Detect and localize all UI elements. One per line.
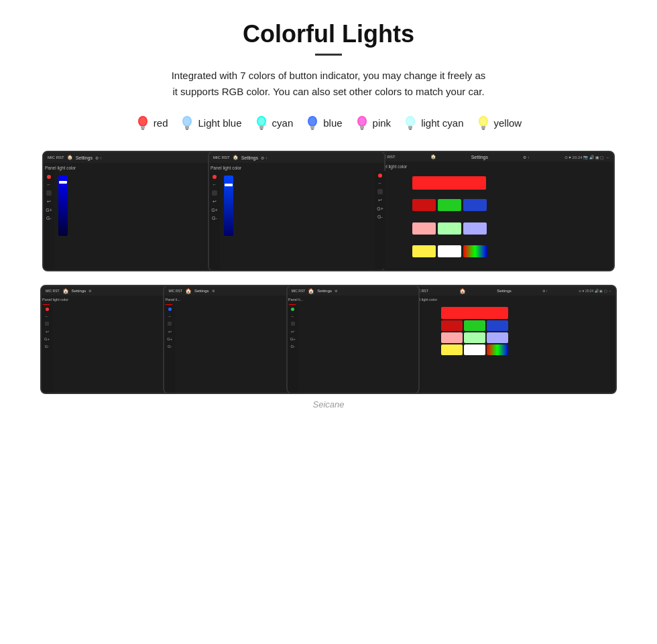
device-7: MIC RST 🏠 Settings ⚙ ↑ ⊙ ♥ 20:24 🔊 ▣ ▢ →…: [409, 285, 617, 394]
svg-rect-3: [141, 129, 144, 130]
device-5-leftbar: ← ↩ G+ G-: [164, 305, 175, 393]
color-label-blue: blue: [323, 117, 342, 129]
color-item-cyan: cyan: [254, 113, 294, 132]
color-label-pink: pink: [373, 117, 392, 129]
svg-rect-2: [141, 126, 145, 129]
bulb-icon-lightblue: [180, 113, 194, 132]
device-6-leftbar: ← ↩ G+ G-: [288, 305, 298, 393]
watermark: Seicane: [40, 399, 617, 409]
device-2-topbar: MIC RST 🏠 Settings ⚙ ↑: [209, 152, 384, 163]
device-4: MIC RST 🏠 Settings ⚙ ← ↩ G+ G- P: [40, 285, 174, 394]
screen-row-1: MIC RST 🏠 Settings ⚙ ↑ ← ↩ G+ G-: [40, 151, 617, 271]
device-1-leftbar: ← ↩ G+ G-: [44, 172, 54, 270]
svg-rect-19: [361, 129, 363, 130]
title-divider: [315, 54, 342, 56]
color-item-yellow: yellow: [476, 113, 522, 132]
color-label-cyan: cyan: [272, 117, 294, 129]
color-label-yellow: yellow: [494, 117, 522, 129]
device-5-topbar: MIC RST 🏠 Settings ⚙: [164, 286, 295, 296]
bulb-icon-cyan: [254, 113, 269, 132]
svg-point-13: [309, 117, 316, 125]
bulb-icon-red: [135, 113, 150, 132]
device-3-leftbar: ← ↩ G+ G-: [375, 171, 385, 269]
color-label-lightcyan: light cyan: [421, 117, 463, 129]
color-item-pink: pink: [355, 113, 392, 132]
color-indicators-row: red Light blue cyan: [40, 113, 617, 132]
svg-point-9: [258, 117, 265, 125]
bulb-icon-yellow: [476, 113, 491, 132]
svg-rect-27: [482, 129, 485, 130]
svg-point-21: [407, 117, 414, 125]
svg-point-1: [139, 117, 146, 125]
device-2: MIC RST 🏠 Settings ⚙ ↑ ← ↩ G+ G-: [208, 151, 385, 271]
device-4-topbar: MIC RST 🏠 Settings ⚙: [42, 286, 172, 296]
color-item-red: red: [135, 113, 168, 132]
color-item-lightblue: Light blue: [180, 113, 241, 132]
svg-rect-11: [260, 129, 263, 130]
svg-rect-26: [481, 126, 485, 129]
svg-rect-18: [360, 126, 364, 129]
device-6-topbar: MIC RST 🏠 Settings ⚙: [288, 286, 418, 296]
screen-row-2: MIC RST 🏠 Settings ⚙ ← ↩ G+ G- P: [40, 285, 617, 394]
svg-point-5: [184, 117, 190, 125]
svg-rect-7: [186, 129, 188, 130]
device-7-topbar: MIC RST 🏠 Settings ⚙ ↑ ⊙ ♥ 20:24 🔊 ▣ ▢ →: [410, 286, 615, 296]
device-5: MIC RST 🏠 Settings ⚙ ← ↩ G+ G- P: [163, 285, 296, 394]
bulb-icon-lightcyan: [403, 113, 418, 132]
color-label-red: red: [154, 117, 168, 129]
device-6: MIC RST 🏠 Settings ⚙ ← ↩ G+ G- P: [286, 285, 420, 394]
svg-rect-22: [408, 126, 412, 129]
color-item-blue: blue: [305, 113, 342, 132]
color-label-lightblue: Light blue: [198, 117, 241, 129]
device-1-topbar: MIC RST 🏠 Settings ⚙ ↑: [44, 152, 219, 163]
device-4-leftbar: ← ↩ G+ G-: [42, 305, 52, 393]
device-1: MIC RST 🏠 Settings ⚙ ↑ ← ↩ G+ G-: [42, 151, 220, 271]
page-title: Colorful Lights: [40, 20, 617, 48]
svg-rect-15: [311, 129, 314, 130]
description: Integrated with 7 colors of button indic…: [40, 68, 617, 100]
device-3: MIC RST 🏠 Settings ⚙ ↑ ⊙ ♥ 20:24 📷 🔊 ▣ ▢…: [373, 151, 615, 271]
bulb-icon-pink: [355, 113, 369, 132]
svg-rect-10: [259, 126, 263, 129]
svg-point-25: [480, 117, 487, 125]
device-3-topbar: MIC RST 🏠 Settings ⚙ ↑ ⊙ ♥ 20:24 📷 🔊 ▣ ▢…: [375, 152, 613, 162]
svg-rect-23: [409, 129, 412, 130]
screens-section: MIC RST 🏠 Settings ⚙ ↑ ← ↩ G+ G-: [40, 151, 617, 394]
svg-rect-14: [310, 126, 314, 129]
bulb-icon-blue: [305, 113, 320, 132]
color-item-lightcyan: light cyan: [403, 113, 463, 132]
device-2-leftbar: ← ↩ G+ G-: [209, 172, 220, 270]
svg-rect-6: [185, 126, 189, 129]
svg-point-17: [359, 117, 365, 125]
